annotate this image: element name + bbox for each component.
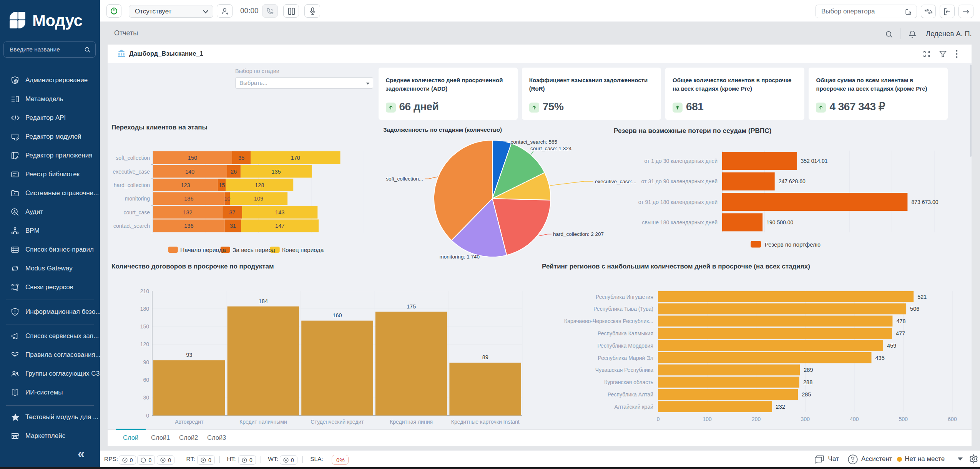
svg-text:Чувашская Республика: Чувашская Республика <box>595 367 653 373</box>
svg-text:Кредитные карточки Instant: Кредитные карточки Instant <box>451 419 520 425</box>
svg-text:136: 136 <box>184 196 193 202</box>
svg-text:60: 60 <box>143 377 149 383</box>
svg-text:170: 170 <box>291 155 300 161</box>
svg-text:285: 285 <box>802 391 811 398</box>
svg-text:128: 128 <box>255 182 264 188</box>
svg-text:0: 0 <box>657 416 660 422</box>
svg-text:136: 136 <box>184 223 193 229</box>
svg-text:от 91 до 180 календарных дней: от 91 до 180 календарных дней <box>638 199 718 205</box>
svg-text:от 31 до 90 календарных дней: от 31 до 90 календарных дней <box>641 178 718 184</box>
svg-text:140: 140 <box>185 169 194 175</box>
svg-text:150: 150 <box>188 155 197 161</box>
svg-text:Конец периода: Конец периода <box>282 247 324 253</box>
svg-text:Республика Мордовия: Республика Мордовия <box>597 343 653 349</box>
svg-text:от 1 до 30 календарных дней: от 1 до 30 календарных дней <box>644 158 718 164</box>
svg-text:c: c <box>14 192 15 196</box>
svg-text:477: 477 <box>896 330 905 336</box>
svg-text:478: 478 <box>896 318 905 324</box>
svg-text:Курганская область: Курганская область <box>604 379 653 385</box>
svg-text:court_case: court_case <box>124 209 150 215</box>
svg-text:109: 109 <box>254 196 263 202</box>
svg-text:147: 147 <box>275 223 284 229</box>
svg-text:90: 90 <box>143 359 149 365</box>
svg-text:31: 31 <box>230 223 236 229</box>
svg-text:400: 400 <box>850 416 859 422</box>
svg-text:Республика Ингушетия: Республика Ингушетия <box>596 294 653 300</box>
svg-text:Кредит наличными: Кредит наличными <box>239 419 287 425</box>
svg-text:89: 89 <box>482 354 488 360</box>
svg-text:Кредитная линия: Кредитная линия <box>390 419 433 425</box>
svg-text:93: 93 <box>186 352 192 358</box>
svg-text:232: 232 <box>776 404 785 410</box>
svg-text:Республика Тыва (Тува): Республика Тыва (Тува) <box>593 306 653 312</box>
svg-text:0: 0 <box>146 413 149 419</box>
svg-text:190 500.00: 190 500.00 <box>766 219 793 225</box>
svg-text:Автокредит: Автокредит <box>175 419 204 425</box>
svg-text:Алтайский край: Алтайский край <box>614 404 653 410</box>
svg-text:459: 459 <box>887 343 896 349</box>
svg-text:247 628.60: 247 628.60 <box>779 178 806 184</box>
svg-text:150: 150 <box>140 323 149 330</box>
svg-text:300: 300 <box>801 416 810 422</box>
svg-text:289: 289 <box>804 367 813 373</box>
svg-text:monitoring: monitoring <box>125 196 150 202</box>
svg-text:Студенческий кредит: Студенческий кредит <box>311 419 364 425</box>
svg-text:executive_case: executive_case <box>113 169 150 175</box>
svg-text:135: 135 <box>271 169 281 175</box>
svg-text:Республика Марий Эл: Республика Марий Эл <box>598 355 653 361</box>
svg-text:100: 100 <box>703 416 712 422</box>
svg-text:Начало периода: Начало периода <box>180 247 226 253</box>
svg-text:123: 123 <box>181 182 190 188</box>
svg-text:10: 10 <box>224 196 230 202</box>
svg-text:26: 26 <box>231 169 237 175</box>
svg-text:175: 175 <box>407 303 416 310</box>
svg-text:143: 143 <box>275 209 284 215</box>
svg-text:184: 184 <box>259 298 268 304</box>
svg-text:Резерв по портфелю: Резерв по портфелю <box>765 241 821 248</box>
svg-text:500: 500 <box>899 416 908 422</box>
svg-text:contact_search: 565: contact_search: 565 <box>511 139 558 145</box>
svg-text:521: 521 <box>917 294 927 300</box>
svg-text:200: 200 <box>752 416 761 422</box>
svg-text:hard_collection: hard_collection <box>114 182 150 188</box>
svg-text:37: 37 <box>229 209 236 215</box>
svg-text:210: 210 <box>140 288 149 294</box>
svg-text:свыше 180 календарных дней: свыше 180 календарных дней <box>642 219 718 225</box>
svg-text:352 014.01: 352 014.01 <box>801 158 827 164</box>
svg-text:contact_search: contact_search <box>113 223 150 229</box>
svg-text:506: 506 <box>910 306 919 312</box>
svg-text:hard_collection: 2 207: hard_collection: 2 207 <box>553 231 604 237</box>
svg-text:15: 15 <box>219 182 225 188</box>
svg-text:За весь период: За весь период <box>233 247 275 253</box>
svg-text:180: 180 <box>140 306 149 312</box>
svg-text:Карачаево-Черкесская Республик: Карачаево-Черкесская Республик... <box>564 318 653 324</box>
svg-text:120: 120 <box>140 341 149 347</box>
svg-text:288: 288 <box>803 379 812 385</box>
svg-text:435: 435 <box>875 355 885 361</box>
svg-text:160: 160 <box>332 312 342 318</box>
svg-text:court_case: 1 324: court_case: 1 324 <box>530 146 572 151</box>
svg-text:35: 35 <box>238 155 244 161</box>
svg-text:30: 30 <box>143 394 149 401</box>
svg-text:600: 600 <box>948 416 957 422</box>
svg-text:873 673.00: 873 673.00 <box>911 199 938 205</box>
svg-text:Республика Калмыкия: Республика Калмыкия <box>598 330 653 336</box>
svg-text:132: 132 <box>183 209 192 215</box>
svg-text:soft_collection...: soft_collection... <box>386 176 423 182</box>
svg-text:soft_collection: soft_collection <box>116 155 150 161</box>
svg-text:Республика Алтай: Республика Алтай <box>608 391 653 398</box>
